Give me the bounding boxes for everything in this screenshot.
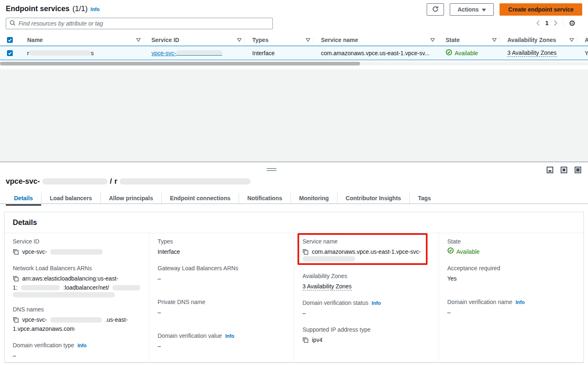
filter-icon[interactable] xyxy=(492,38,497,42)
field-acceptance-required: Acceptance required Yes xyxy=(447,265,575,283)
field-domain-verification-name: Domain verification name Info – xyxy=(447,299,575,317)
copy-icon[interactable] xyxy=(302,249,309,255)
column-header-availability-zones[interactable]: Availability Zones xyxy=(500,35,577,45)
details-card-body: Service ID vpce-svc- Network Load Balanc… xyxy=(5,233,583,361)
copy-icon[interactable] xyxy=(13,249,19,255)
select-all-checkbox[interactable] xyxy=(7,37,13,43)
tab-details[interactable]: Details xyxy=(6,193,41,205)
info-link[interactable]: Info xyxy=(372,300,381,306)
refresh-button[interactable] xyxy=(427,3,444,16)
next-page-button[interactable] xyxy=(554,20,558,26)
field-label: Gateway Load Balancers ARNs xyxy=(158,265,286,271)
column-header-name[interactable]: Name xyxy=(20,35,144,45)
field-value: – xyxy=(158,274,286,283)
select-all-cell xyxy=(0,35,20,45)
page-title: Endpoint services xyxy=(6,5,70,13)
horizontal-scrollbar[interactable] xyxy=(0,62,588,66)
redacted-text xyxy=(42,178,107,185)
current-page-number[interactable]: 1 xyxy=(545,20,548,26)
horizontal-scrollbar-thumb[interactable] xyxy=(0,62,360,66)
service-id-link[interactable]: vpce-svc- xyxy=(151,50,222,56)
column-label: A xyxy=(585,37,588,43)
table-preferences-gear-icon[interactable]: ⚙ xyxy=(569,19,576,27)
filter-icon[interactable] xyxy=(306,38,310,42)
redacted-text xyxy=(120,178,251,185)
filter-icon[interactable] xyxy=(136,38,141,42)
table-row[interactable]: r s vpce-svc- Interface com.amazonaws.vp… xyxy=(0,46,588,60)
split-panel-position-controls xyxy=(546,166,581,175)
search-box[interactable] xyxy=(6,18,273,29)
info-link[interactable]: Info xyxy=(77,343,86,349)
column-header-state[interactable]: State xyxy=(438,35,500,45)
state-value: Available xyxy=(456,247,480,256)
field-label: Domain verification value xyxy=(158,332,222,339)
split-panel-title-second-prefix: r xyxy=(114,177,117,186)
field-label: Service name xyxy=(302,238,430,245)
column-header-types[interactable]: Types xyxy=(245,35,314,45)
field-label: DNS names xyxy=(13,306,141,313)
tab-list: Details Load balancers Allow principals … xyxy=(6,193,439,205)
info-link[interactable]: Info xyxy=(516,299,525,305)
supported-ip-value: ipv4 xyxy=(312,335,323,344)
split-panel-drag-handle[interactable] xyxy=(267,168,277,172)
split-panel-title: vpce-svc- / r xyxy=(6,177,251,186)
redacted-text xyxy=(21,285,60,290)
field-service-id: Service ID vpce-svc- xyxy=(13,238,141,256)
actions-button[interactable]: Actions xyxy=(450,3,494,16)
split-panel-bottom-icon[interactable] xyxy=(546,166,553,175)
info-link[interactable]: Info xyxy=(225,333,234,339)
field-value: – xyxy=(158,342,286,351)
previous-page-button[interactable] xyxy=(536,20,540,26)
service-id-value-prefix: vpce-svc- xyxy=(22,247,47,256)
tab-allow-principals[interactable]: Allow principals xyxy=(100,193,161,205)
filter-icon[interactable] xyxy=(569,38,574,42)
redacted-text xyxy=(176,50,222,56)
column-header-truncated[interactable]: A xyxy=(577,35,588,45)
field-value: – xyxy=(13,351,141,360)
search-input[interactable] xyxy=(19,20,269,27)
filter-icon[interactable] xyxy=(430,38,435,42)
row-checkbox[interactable] xyxy=(7,50,13,56)
field-domain-verification-status: Domain verification status Info – xyxy=(302,299,430,318)
availability-zones-popover-trigger[interactable]: 3 Availability Zones xyxy=(507,49,557,57)
copy-icon[interactable] xyxy=(302,337,309,343)
field-service-name: Service name com.amazonaws.vpce.us-east-… xyxy=(302,238,430,262)
pagination: 1 ⚙ xyxy=(536,19,576,28)
row-name-end: s xyxy=(91,50,94,56)
split-panel-half-icon[interactable] xyxy=(560,166,567,175)
page-header: Endpoint services (1/1) Info xyxy=(6,5,100,13)
redacted-text xyxy=(50,317,102,323)
copy-icon[interactable] xyxy=(13,276,19,282)
filter-icon[interactable] xyxy=(237,38,242,42)
copy-icon[interactable] xyxy=(13,317,19,323)
field-value: – xyxy=(447,308,575,317)
caret-down-icon xyxy=(482,6,486,13)
resource-count: (1/1) xyxy=(72,5,88,13)
tab-monitoring[interactable]: Monitoring xyxy=(291,193,337,205)
field-types: Types Interface xyxy=(158,238,286,256)
column-header-service-id[interactable]: Service ID xyxy=(144,35,245,45)
row-cell-service-id: vpce-svc- xyxy=(144,50,245,56)
tab-contributor-insights[interactable]: Contributor Insights xyxy=(337,193,409,205)
tab-tags[interactable]: Tags xyxy=(409,193,439,205)
column-label: Service ID xyxy=(151,37,179,43)
column-label: Service name xyxy=(321,37,358,43)
search-icon xyxy=(9,20,16,27)
page-info-link[interactable]: Info xyxy=(91,7,100,12)
availability-zones-popover-trigger[interactable]: 3 Availability Zones xyxy=(302,283,352,290)
split-panel-full-icon[interactable] xyxy=(574,166,581,175)
status-available-icon xyxy=(447,247,454,256)
tab-load-balancers[interactable]: Load balancers xyxy=(41,193,100,205)
actions-button-label: Actions xyxy=(458,6,479,13)
field-supported-ip: Supported IP address type ipv4 xyxy=(302,326,430,344)
field-value: Yes xyxy=(447,274,575,283)
row-cell-truncated: Y xyxy=(577,50,588,56)
tab-notifications[interactable]: Notifications xyxy=(239,193,291,205)
field-label: Domain verification status xyxy=(302,299,368,306)
nlb-arn-line2-start: 1: xyxy=(13,283,18,292)
column-header-service-name[interactable]: Service name xyxy=(314,35,438,45)
tab-endpoint-connections[interactable]: Endpoint connections xyxy=(161,193,239,205)
create-endpoint-service-button[interactable]: Create endpoint service xyxy=(500,3,582,16)
toolbar-buttons: Actions Create endpoint service xyxy=(427,3,582,16)
details-card-heading: Details xyxy=(5,212,583,233)
